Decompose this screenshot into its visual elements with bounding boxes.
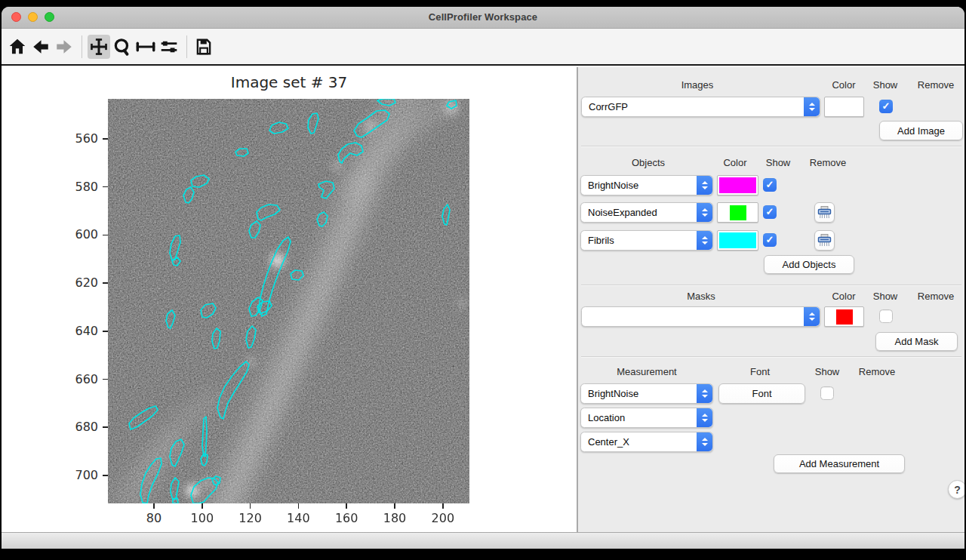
objects-color-column: Color (708, 157, 762, 169)
pan-button[interactable] (88, 35, 110, 59)
add-objects-button[interactable]: Add Objects (764, 255, 854, 274)
stepper-icon (697, 231, 712, 250)
image-show-checkbox[interactable] (879, 100, 893, 113)
y-tick-label: 640 (45, 324, 98, 339)
back-button[interactable] (29, 35, 52, 59)
measurement-name-dropdown[interactable]: Center_X (580, 432, 713, 452)
object-2-remove-button[interactable] (814, 202, 835, 223)
section-divider (581, 146, 961, 146)
object-2-color-swatch[interactable] (717, 202, 758, 223)
y-tick-label: 700 (45, 468, 98, 483)
x-tick-mark (250, 503, 251, 509)
add-mask-button[interactable]: Add Mask (875, 332, 958, 351)
y-tick-mark (103, 186, 108, 188)
object-dropdown-2[interactable]: NoiseExpanded (580, 202, 713, 223)
object-1-show-checkbox[interactable] (763, 178, 777, 192)
x-tick-mark (442, 503, 444, 509)
image-dropdown[interactable]: CorrGFP (581, 97, 820, 117)
images-color-column: Color (817, 79, 871, 91)
shredder-icon (817, 234, 832, 247)
object-3-remove-button[interactable] (814, 230, 835, 251)
x-tick-mark (153, 503, 155, 509)
plot-canvas[interactable] (108, 99, 469, 503)
y-tick-label: 680 (45, 420, 98, 435)
font-button[interactable]: Font (718, 383, 805, 404)
objects-header: Objects (611, 157, 686, 169)
y-tick-mark (103, 475, 108, 476)
masks-color-column: Color (817, 291, 871, 303)
object-dropdown-3[interactable]: Fibrils (580, 230, 713, 251)
zoom-to-rect-button[interactable] (111, 35, 134, 59)
object-2-show-checkbox[interactable] (763, 205, 777, 219)
images-remove-column: Remove (909, 79, 963, 91)
y-tick-label: 580 (45, 180, 98, 195)
image-color-swatch[interactable] (824, 97, 864, 117)
measurement-object-dropdown[interactable]: BrightNoise (580, 383, 713, 404)
mask-dropdown[interactable] (581, 306, 820, 327)
app-window: CellProfiler Workspace (2, 7, 964, 549)
section-divider (581, 285, 961, 285)
measurement-show-checkbox[interactable] (820, 386, 834, 400)
stepper-icon (804, 97, 820, 116)
object-dropdown-1-value: BrightNoise (581, 180, 697, 191)
object-3-show-checkbox[interactable] (763, 233, 777, 247)
x-tick-label: 100 (183, 511, 222, 526)
x-tick-mark (346, 503, 347, 509)
measurement-show-column: Show (808, 366, 847, 378)
measurement-category-value: Location (581, 412, 697, 423)
home-button[interactable] (6, 35, 29, 59)
x-tick-label: 80 (134, 511, 174, 526)
mask-show-checkbox[interactable] (879, 309, 893, 323)
object-3-color-swatch[interactable] (717, 230, 758, 251)
image-dropdown-value: CorrGFP (582, 101, 804, 112)
mask-color-swatch[interactable] (824, 306, 864, 327)
measurement-remove-column: Remove (850, 366, 904, 378)
y-tick-label: 600 (45, 227, 98, 242)
pan-move-icon (89, 37, 109, 57)
home-icon (8, 37, 27, 57)
x-tick-mark (298, 503, 300, 509)
main-content: Image set # 37 (2, 67, 964, 532)
object-dropdown-1[interactable]: BrightNoise (580, 175, 713, 195)
object-1-color-fill (719, 177, 756, 193)
y-tick-mark (103, 138, 108, 140)
object-3-color-fill (719, 232, 756, 248)
subplot-config-button[interactable] (158, 35, 180, 59)
window-title: CellProfiler Workspace (2, 11, 964, 23)
images-show-column: Show (866, 79, 905, 91)
span-tool-button[interactable] (134, 35, 157, 59)
y-tick-label: 620 (45, 275, 98, 291)
y-tick-label: 560 (45, 131, 98, 146)
measurement-font-column: Font (734, 366, 786, 378)
masks-show-column: Show (866, 291, 905, 303)
shredder-icon (817, 206, 832, 219)
stepper-icon (697, 176, 712, 195)
object-dropdown-2-value: NoiseExpanded (581, 207, 697, 218)
object-1-color-swatch[interactable] (717, 175, 758, 195)
measurement-name-value: Center_X (581, 436, 697, 448)
measurement-object-value: BrightNoise (581, 388, 697, 399)
y-tick-mark (103, 235, 108, 236)
toolbar-separator (82, 35, 82, 58)
toolbar-separator (186, 35, 187, 58)
stepper-icon (697, 384, 712, 403)
add-image-button[interactable]: Add Image (879, 121, 963, 140)
x-tick-mark (394, 503, 395, 509)
x-tick-label: 120 (231, 511, 270, 526)
workspace-controls-panel: Images Color Show Remove CorrGFP Add Ima… (578, 67, 964, 532)
y-tick-mark (103, 282, 108, 284)
images-header: Images (645, 79, 750, 91)
measurement-category-dropdown[interactable]: Location (580, 408, 713, 428)
x-tick-label: 180 (375, 511, 414, 526)
plot-panel: Image set # 37 (2, 67, 577, 532)
forward-button[interactable] (53, 35, 75, 59)
objects-show-column: Show (758, 157, 798, 169)
x-tick-label: 200 (423, 511, 463, 526)
add-measurement-button[interactable]: Add Measurement (774, 454, 905, 473)
help-button[interactable]: ? (948, 480, 964, 499)
mask-color-fill (836, 309, 853, 325)
microscopy-image (108, 99, 469, 503)
save-button[interactable] (192, 35, 215, 59)
stepper-icon (804, 307, 820, 326)
forward-arrow-icon (54, 37, 74, 57)
